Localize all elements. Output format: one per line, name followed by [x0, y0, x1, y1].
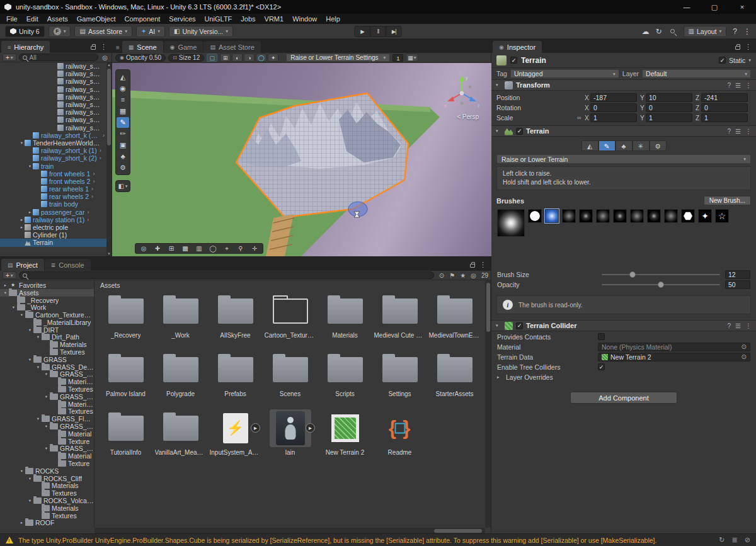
folder-tree-item[interactable]: ▾ ROCKS_Volcanic [0, 497, 94, 504]
component-enabled-checkbox[interactable]: ✓ [516, 128, 523, 135]
menu-item[interactable]: Component [120, 14, 164, 24]
provides-contacts-checkbox[interactable]: ✓ [598, 333, 605, 340]
project-tab[interactable]: ▤ Project [1, 259, 44, 271]
viewport-texture-icon[interactable]: ▥ [193, 244, 205, 253]
prefab-chevron-icon[interactable]: › [91, 193, 93, 200]
asset-item[interactable]: ▶ New Terrain 2 [318, 407, 372, 466]
expander-icon[interactable]: ▸ [3, 283, 8, 288]
brush-star[interactable]: ☆ [715, 209, 729, 223]
folder-tree-item[interactable]: ▾ GRASS_Flower [0, 445, 94, 453]
component-enabled-checkbox[interactable]: ✓ [516, 322, 523, 329]
component-menu-icon[interactable]: ⋮ [745, 322, 752, 329]
ai-dropdown[interactable]: ✦ AI ▾ [136, 26, 165, 37]
asset-item[interactable]: ⚡ ▶ InputSystem_Acti... [208, 407, 263, 466]
menu-item[interactable]: Services [164, 14, 200, 24]
hierarchy-item[interactable]: railway_short(Clone [0, 108, 106, 116]
project-search-input[interactable] [19, 271, 434, 279]
scene-tool-layers[interactable]: ≡ [117, 94, 129, 105]
z-field[interactable]: 0 [701, 103, 748, 112]
folder-tree-item[interactable]: ▾ ROCKS_Cliff [0, 475, 94, 482]
step-button[interactable]: ▶| [386, 26, 402, 37]
scene-tool-stamp[interactable]: ▣ [117, 140, 129, 151]
pane-dock-icon[interactable]: ≡ [113, 44, 122, 53]
asset-item[interactable]: ▶ _Work [153, 290, 208, 349]
brush-dot[interactable] [562, 209, 576, 223]
hidden-count-eye-icon[interactable]: ◎ [471, 272, 476, 279]
asset-item[interactable]: ▶ AllSkyFree [208, 290, 263, 349]
hierarchy-item[interactable]: ▸ railway station (1) › [0, 216, 106, 224]
folder-tree-item[interactable]: Materials [0, 482, 94, 490]
viewport-zoom-icon[interactable]: ⚲ [234, 244, 247, 253]
presets-icon[interactable]: ☰ [735, 82, 741, 89]
hierarchy-item[interactable]: rear wheels 2 › [0, 193, 106, 200]
hierarchy-item[interactable]: train body [0, 200, 106, 208]
expander-icon[interactable]: ▾ [19, 312, 25, 317]
panel-menu-icon[interactable]: ⋮ [100, 43, 107, 51]
tag-dropdown[interactable]: Untagged ▾ [510, 69, 619, 78]
undo-history-icon[interactable]: ↻ [656, 27, 662, 36]
lighting-toggle-icon[interactable]: ◑ [244, 54, 255, 62]
material-object-field[interactable]: None (Physics Material) ⊙ [598, 343, 750, 351]
expander-icon[interactable]: ▾ [43, 372, 49, 377]
scene-tool-paint-brush[interactable]: ✎ [117, 117, 129, 128]
scene-tool-settings[interactable]: ⚙ [117, 162, 129, 173]
minimize-button[interactable]: — [673, 0, 701, 14]
component-menu-icon[interactable]: ⋮ [745, 128, 752, 135]
expander-icon[interactable]: ▾ [27, 164, 33, 169]
hierarchy-item[interactable]: railway_short(Clone [0, 70, 106, 77]
enable-tree-colliders-checkbox[interactable]: ✓ [598, 363, 605, 370]
expander-icon[interactable]: ▸ [19, 520, 25, 525]
scene-tool-grid[interactable]: ▦ [117, 106, 129, 117]
panel-menu-icon[interactable]: ⋮ [479, 261, 486, 269]
scene-viewport[interactable]: ◭◉≡▦✎✏▣♣⚙ ◧ ▾ ◎✚⊞▩▥◯⌖⚲✛ y x z [112, 63, 491, 256]
maximize-button[interactable]: ▢ [701, 0, 728, 14]
asset-store-dropdown[interactable]: ▤ Asset Store ▾ [74, 26, 132, 37]
folder-tree-item[interactable]: _MaterialLibrary [0, 319, 94, 326]
status-refresh-icon[interactable]: ↻ [719, 536, 724, 544]
brush-opacity-pill[interactable]: ◉ Opacity 0.50 [115, 54, 166, 62]
scroll-up-icon[interactable]: ▲ [107, 62, 111, 67]
brush-builtin-large[interactable] [497, 209, 525, 237]
terrain-create-neighbor-tool[interactable]: ◭ [581, 140, 598, 151]
expander-icon[interactable]: ▾ [43, 394, 49, 399]
layer-count-field[interactable]: 1 [392, 54, 403, 62]
z-field[interactable]: -241 [701, 93, 748, 102]
brush-size-pill[interactable]: ⊡ Size 12 [168, 54, 204, 62]
presets-icon[interactable]: ☰ [735, 322, 741, 329]
brush-scatter[interactable] [613, 209, 627, 223]
expander-icon[interactable]: ▾ [35, 334, 41, 339]
hierarchy-item[interactable]: ▾ train [0, 162, 106, 169]
brush-hard-circle[interactable] [528, 209, 542, 223]
x-field[interactable]: 1 [590, 113, 637, 122]
terrain-paint-tool[interactable]: ✎ [598, 140, 616, 151]
create-object-button[interactable]: + ▾ [3, 54, 16, 61]
folder-tree-item[interactable]: ▾ Dirt_Path [0, 334, 94, 341]
shading-toggle-icon[interactable]: ◐ [232, 54, 243, 62]
hierarchy-item[interactable]: railway_short(Clone [0, 116, 106, 123]
expander-icon[interactable]: ▸ [19, 225, 25, 230]
asset-item[interactable]: ▶ Prefabs [208, 349, 263, 407]
expander-icon[interactable]: ▾ [27, 357, 33, 362]
foldout-icon[interactable]: ▾ [496, 82, 501, 88]
viewport-shaded-icon[interactable]: ▩ [179, 244, 192, 253]
project-vertical-scrollbar[interactable] [485, 280, 491, 528]
asset-item[interactable]: ▶ Scenes [263, 349, 318, 407]
asset-item[interactable]: ▶ Polygrade [153, 349, 208, 407]
expander-icon[interactable]: ▾ [35, 416, 41, 421]
menu-item[interactable]: VRM1 [260, 14, 289, 24]
folder-tree-item[interactable]: Textures [0, 385, 94, 393]
hierarchy-item[interactable]: ▸ passenger_car › [0, 208, 106, 216]
opacity-slider[interactable] [602, 284, 720, 285]
hierarchy-item[interactable]: railway_short_k (1) › [0, 147, 106, 154]
scene-view-tab[interactable]: ▤ Asset Store [203, 41, 260, 53]
asset-item[interactable]: ▶ lain [263, 407, 318, 466]
project-tab[interactable]: ≣ Console [45, 259, 91, 271]
terrain-collider-header[interactable]: ▾ ✓ Terrain Collider ? ☰ ⋮ [491, 320, 756, 331]
toolbar-menu-icon[interactable]: ⋮ [743, 27, 751, 36]
asset-item[interactable]: ▶ Medieval Cute Ser... [372, 290, 427, 349]
terrain-paint-trees-tool[interactable]: ♣ [616, 140, 633, 151]
create-asset-button[interactable]: + ▾ [3, 271, 16, 279]
brush-streak[interactable] [630, 209, 644, 223]
brush-soft[interactable] [579, 209, 593, 223]
lock-icon[interactable] [91, 46, 96, 50]
